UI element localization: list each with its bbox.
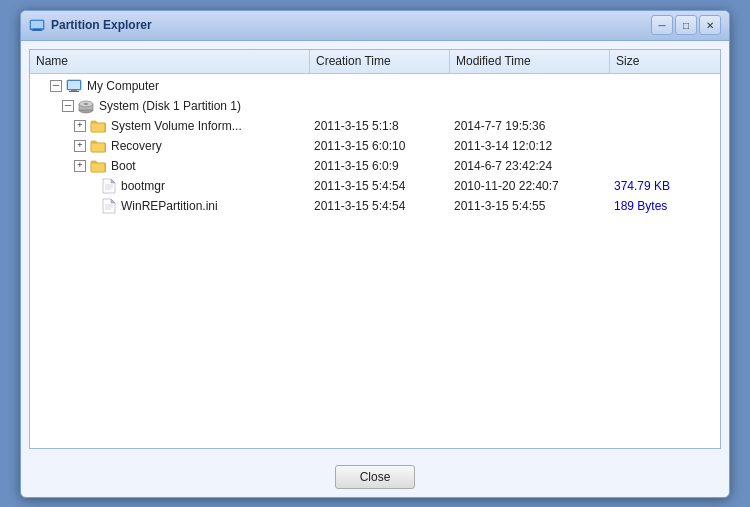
drive-icon [78,98,94,114]
svg-rect-3 [32,30,42,31]
svg-rect-7 [69,91,79,92]
file-icon [102,178,116,194]
folder-icon [90,158,106,174]
creation-cell: 2011-3-15 5:1:8 [310,116,450,136]
computer-icon [66,78,82,94]
app-icon [29,17,45,33]
node-name: WinREPartition.ini [121,199,218,213]
modified-cell [450,76,610,96]
tree-row[interactable]: bootmgr 2011-3-15 5:4:54 2010-11-20 22:4… [30,176,720,196]
node-name: Boot [111,159,136,173]
connector [58,120,70,132]
name-cell: WinREPartition.ini [30,196,310,216]
expander-spacer [86,180,98,192]
svg-rect-12 [91,123,105,132]
name-cell: + Boot [30,156,310,176]
col-header-modified: Modified Time [450,50,610,73]
expander-empty [46,100,58,112]
node-name: System (Disk 1 Partition 1) [99,99,241,113]
modified-cell: 2011-3-14 12:0:12 [450,136,610,156]
svg-rect-2 [33,29,41,30]
title-bar: Partition Explorer ─ □ ✕ [21,11,729,41]
expander-spacer [86,200,98,212]
column-headers: Name Creation Time Modified Time Size [30,50,720,74]
modified-cell [450,96,610,116]
modified-cell: 2011-3-15 5:4:55 [450,196,610,216]
maximize-button[interactable]: □ [675,15,697,35]
col-header-creation: Creation Time [310,50,450,73]
svg-point-11 [84,103,88,105]
svg-rect-6 [71,90,77,91]
window-title: Partition Explorer [51,18,651,32]
footer: Close [21,457,729,497]
svg-rect-13 [91,143,105,152]
tree-row[interactable]: ─ System (Disk 1 Partition 1) [30,96,720,116]
folder-icon [90,118,106,134]
creation-cell [310,76,450,96]
modified-cell: 2014-6-7 23:42:24 [450,156,610,176]
name-cell: + System Volume Inform... [30,116,310,136]
node-name: Recovery [111,139,162,153]
partition-explorer-window: Partition Explorer ─ □ ✕ Name Creation T… [20,10,730,498]
creation-cell: 2011-3-15 5:4:54 [310,196,450,216]
minimize-button[interactable]: ─ [651,15,673,35]
expander-icon[interactable]: ─ [50,80,62,92]
tree-row[interactable]: + Recovery 2011-3-15 6:0:10 2011-3-14 12… [30,136,720,156]
creation-cell: 2011-3-15 6:0:10 [310,136,450,156]
tree-row[interactable]: ─ My Computer [30,76,720,96]
size-cell [610,136,710,156]
name-cell: bootmgr [30,176,310,196]
node-name: System Volume Inform... [111,119,242,133]
node-name: bootmgr [121,179,165,193]
expander-icon[interactable]: + [74,120,86,132]
expander-empty [34,80,46,92]
size-cell [610,76,710,96]
content-area: Name Creation Time Modified Time Size ─ [21,41,729,457]
connector [58,140,70,152]
tree-row[interactable]: + Boot 2011-3-15 6:0:9 2014-6-7 23:42:24 [30,156,720,176]
size-cell: 374.79 KB [610,176,710,196]
svg-rect-5 [68,81,80,89]
file-icon [102,198,116,214]
modified-cell: 2010-11-20 22:40:7 [450,176,610,196]
size-cell [610,116,710,136]
modified-cell: 2014-7-7 19:5:36 [450,116,610,136]
close-window-button[interactable]: ✕ [699,15,721,35]
creation-cell [310,96,450,116]
tree-row[interactable]: WinREPartition.ini 2011-3-15 5:4:54 2011… [30,196,720,216]
expander-icon[interactable]: + [74,160,86,172]
tree-row[interactable]: + System Volume Inform... 2011-3-15 5:1:… [30,116,720,136]
creation-cell: 2011-3-15 6:0:9 [310,156,450,176]
name-cell: + Recovery [30,136,310,156]
expander-icon[interactable]: ─ [62,100,74,112]
close-button[interactable]: Close [335,465,416,489]
connector [70,200,82,212]
creation-cell: 2011-3-15 5:4:54 [310,176,450,196]
folder-icon [90,138,106,154]
connector [58,160,70,172]
size-cell [610,96,710,116]
size-cell: 189 Bytes [610,196,710,216]
tree-content: ─ My Computer [30,74,720,218]
svg-rect-1 [31,21,43,28]
name-cell: ─ My Computer [30,76,310,96]
col-header-name: Name [30,50,310,73]
expander-icon[interactable]: + [74,140,86,152]
size-cell [610,156,710,176]
svg-rect-14 [91,163,105,172]
col-header-size: Size [610,50,710,73]
node-name: My Computer [87,79,159,93]
name-cell: ─ System (Disk 1 Partition 1) [30,96,310,116]
connector [70,180,82,192]
window-controls: ─ □ ✕ [651,15,721,35]
file-tree-panel[interactable]: Name Creation Time Modified Time Size ─ [29,49,721,449]
